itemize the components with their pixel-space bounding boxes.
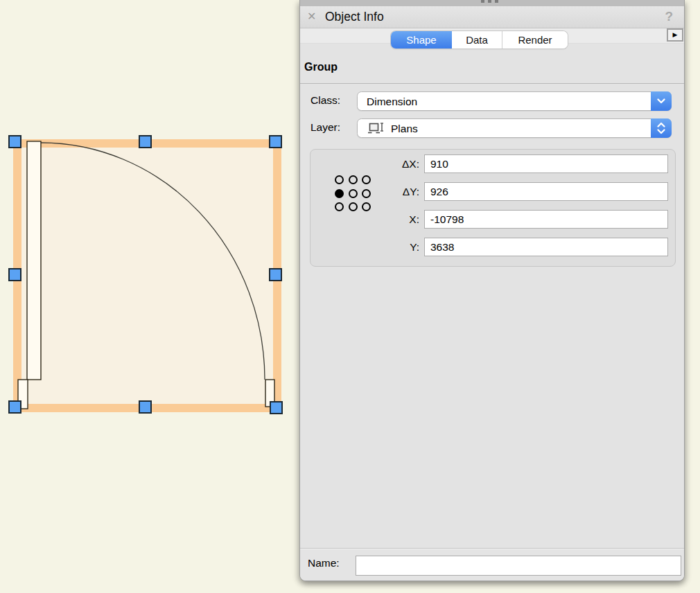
handle-middle-left[interactable] xyxy=(9,269,21,281)
name-input[interactable] xyxy=(356,556,681,576)
application-window: { "colors": { "canvas_bg": "#F5F4E5", "a… xyxy=(0,0,700,593)
close-icon[interactable]: ✕ xyxy=(307,6,316,27)
tab-segmented-control: Shape Data Render xyxy=(391,31,568,48)
class-value: Dimension xyxy=(367,92,417,111)
object-info-palette: ✕ Object Info ? Shape Data Render ▶ Grou… xyxy=(299,0,685,581)
flyout-menu-button[interactable]: ▶ xyxy=(667,28,683,42)
handle-top-left[interactable] xyxy=(9,136,21,148)
object-type-label: Group xyxy=(304,61,338,73)
anchor-point-bottom-left[interactable] xyxy=(335,202,344,211)
y-field[interactable] xyxy=(424,238,668,256)
door-group-object[interactable] xyxy=(17,141,277,409)
x-field[interactable] xyxy=(424,210,668,229)
anchor-point-top-left[interactable] xyxy=(335,175,344,184)
handle-top-center[interactable] xyxy=(139,136,151,148)
class-dropdown[interactable]: Dimension xyxy=(357,91,672,111)
help-icon[interactable]: ? xyxy=(665,6,673,27)
layer-label: Layer: xyxy=(310,121,340,134)
drag-dots-icon xyxy=(481,0,498,3)
y-label: Y: xyxy=(352,238,419,256)
palette-title: Object Info xyxy=(325,6,384,28)
tab-render[interactable]: Render xyxy=(502,31,568,48)
delta-y-field[interactable] xyxy=(424,182,668,201)
tab-shape[interactable]: Shape xyxy=(391,31,452,48)
delta-x-label: ΔX: xyxy=(352,154,419,173)
x-label: X: xyxy=(352,210,419,229)
wall-square[interactable] xyxy=(17,143,277,408)
delta-x-field[interactable] xyxy=(424,154,668,173)
design-layer-icon xyxy=(367,122,385,138)
palette-drag-bar[interactable] xyxy=(300,0,684,6)
layer-dropdown[interactable]: Plans xyxy=(357,118,672,138)
handle-bottom-left[interactable] xyxy=(9,401,21,413)
chevron-up-down-icon xyxy=(651,118,672,138)
name-row-divider xyxy=(300,548,684,549)
anchor-point-middle-left[interactable] xyxy=(335,189,344,198)
delta-y-label: ΔY: xyxy=(352,182,419,201)
section-divider xyxy=(300,83,684,84)
handle-bottom-center[interactable] xyxy=(139,401,151,413)
class-label: Class: xyxy=(310,94,340,107)
right-arrow-icon: ▶ xyxy=(673,32,678,38)
shape-coordinates-panel: ΔX: ΔY: X: Y: xyxy=(310,149,676,267)
handle-bottom-right[interactable] xyxy=(270,402,282,414)
name-label: Name: xyxy=(308,549,340,578)
door-leaf xyxy=(27,141,41,380)
handle-top-right[interactable] xyxy=(270,136,281,148)
chevron-down-icon xyxy=(651,91,672,111)
tab-data[interactable]: Data xyxy=(452,31,502,48)
layer-value: Plans xyxy=(391,119,418,138)
palette-title-bar[interactable]: ✕ Object Info ? xyxy=(300,6,684,28)
drawing-canvas[interactable] xyxy=(0,132,291,423)
handle-middle-right[interactable] xyxy=(270,269,281,281)
